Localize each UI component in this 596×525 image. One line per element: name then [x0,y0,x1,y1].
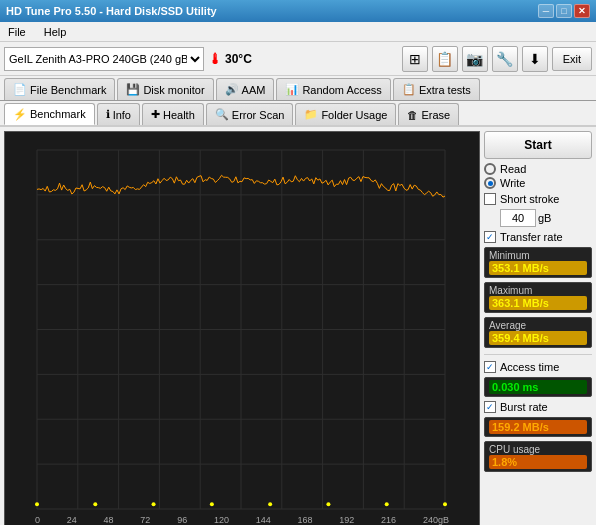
random-access-label: Random Access [302,84,381,96]
x-label-96: 96 [177,515,187,525]
extra-tests-label: Extra tests [419,84,471,96]
cpu-usage-label: CPU usage [489,444,587,455]
maximum-box: Maximum 363.1 MB/s [484,282,592,313]
menu-file[interactable]: File [4,24,30,40]
aam-icon: 🔊 [225,83,239,96]
extra-tests-icon: 📋 [402,83,416,96]
info-icon: ℹ [106,108,110,121]
benchmark-chart: MB/s ms 400 350 300 250 200 150 100 50 0… [4,131,480,525]
erase-icon: 🗑 [407,109,418,121]
window-controls: ─ □ ✕ [538,4,590,18]
tab-error-scan[interactable]: 🔍 Error Scan [206,103,294,125]
short-stroke-row[interactable]: Short stroke [484,193,592,205]
burst-rate-row[interactable]: ✓ Burst rate [484,401,592,413]
burst-rate-checkbox[interactable]: ✓ [484,401,496,413]
exit-button[interactable]: Exit [552,47,592,71]
app-title: HD Tune Pro 5.50 - Hard Disk/SSD Utility [6,5,217,17]
health-label: Health [163,109,195,121]
access-time-value: 0.030 ms [489,380,587,394]
tab-health[interactable]: ✚ Health [142,103,204,125]
toolbar-btn-1[interactable]: ⊞ [402,46,428,72]
disk-monitor-label: Disk monitor [143,84,204,96]
file-benchmark-label: File Benchmark [30,84,106,96]
tab-extra-tests[interactable]: 📋 Extra tests [393,78,480,100]
random-access-icon: 📊 [285,83,299,96]
x-axis-labels: 0 24 48 72 96 120 144 168 192 216 240gB [35,515,449,525]
x-label-216: 216 [381,515,396,525]
top-tab-bar: 📄 File Benchmark 💾 Disk monitor 🔊 AAM 📊 … [0,76,596,101]
maximize-button[interactable]: □ [556,4,572,18]
write-label: Write [500,177,525,189]
tab-benchmark[interactable]: ⚡ Benchmark [4,103,95,125]
tab-disk-monitor[interactable]: 💾 Disk monitor [117,78,213,100]
info-label: Info [113,109,131,121]
drive-select[interactable]: GeIL Zenith A3-PRO 240GB (240 gB) [4,47,204,71]
cpu-usage-box: CPU usage 1.8% [484,441,592,472]
stroke-input-row: gB [500,209,592,227]
burst-rate-box: 159.2 MB/s [484,417,592,437]
burst-rate-value: 159.2 MB/s [489,420,587,434]
tab-folder-usage[interactable]: 📁 Folder Usage [295,103,396,125]
toolbar: GeIL Zenith A3-PRO 240GB (240 gB) 🌡 30°C… [0,42,596,76]
toolbar-btn-4[interactable]: 🔧 [492,46,518,72]
thermometer-icon: 🌡 [208,51,222,67]
menu-bar: File Help [0,22,596,42]
minimum-label: Minimum [489,250,587,261]
x-label-48: 48 [104,515,114,525]
disk-monitor-icon: 💾 [126,83,140,96]
maximum-label: Maximum [489,285,587,296]
toolbar-btn-5[interactable]: ⬇ [522,46,548,72]
minimize-button[interactable]: ─ [538,4,554,18]
benchmark-label: Benchmark [30,108,86,120]
cpu-usage-value: 1.8% [489,455,587,469]
folder-usage-label: Folder Usage [321,109,387,121]
transfer-rate-row[interactable]: ✓ Transfer rate [484,231,592,243]
write-radio-row[interactable]: Write [484,177,592,189]
close-button[interactable]: ✕ [574,4,590,18]
error-scan-icon: 🔍 [215,108,229,121]
title-bar: HD Tune Pro 5.50 - Hard Disk/SSD Utility… [0,0,596,22]
x-label-72: 72 [140,515,150,525]
burst-rate-label: Burst rate [500,401,548,413]
x-label-240: 240gB [423,515,449,525]
average-label: Average [489,320,587,331]
read-write-group: Read Write [484,163,592,189]
access-time-row[interactable]: ✓ Access time [484,361,592,373]
access-time-label: Access time [500,361,559,373]
start-button[interactable]: Start [484,131,592,159]
tab-file-benchmark[interactable]: 📄 File Benchmark [4,78,115,100]
x-label-192: 192 [339,515,354,525]
maximum-value: 363.1 MB/s [489,296,587,310]
write-radio[interactable] [484,177,496,189]
benchmark-canvas [5,132,479,525]
toolbar-btn-3[interactable]: 📷 [462,46,488,72]
x-label-24: 24 [67,515,77,525]
read-radio[interactable] [484,163,496,175]
tab-random-access[interactable]: 📊 Random Access [276,78,390,100]
tab-aam[interactable]: 🔊 AAM [216,78,275,100]
tab-info[interactable]: ℹ Info [97,103,140,125]
x-label-0: 0 [35,515,40,525]
transfer-rate-checkbox[interactable]: ✓ [484,231,496,243]
toolbar-btn-2[interactable]: 📋 [432,46,458,72]
average-value: 359.4 MB/s [489,331,587,345]
tab-erase[interactable]: 🗑 Erase [398,103,459,125]
stroke-unit: gB [538,212,551,224]
read-label: Read [500,163,526,175]
health-icon: ✚ [151,108,160,121]
stroke-value-input[interactable] [500,209,536,227]
main-content: MB/s ms 400 350 300 250 200 150 100 50 0… [0,127,596,525]
menu-help[interactable]: Help [40,24,71,40]
short-stroke-checkbox[interactable] [484,193,496,205]
access-time-box: 0.030 ms [484,377,592,397]
short-stroke-label: Short stroke [500,193,559,205]
access-time-checkbox[interactable]: ✓ [484,361,496,373]
erase-label: Erase [421,109,450,121]
read-radio-row[interactable]: Read [484,163,592,175]
transfer-rate-label: Transfer rate [500,231,563,243]
average-box: Average 359.4 MB/s [484,317,592,348]
divider-1 [484,354,592,355]
bottom-tab-bar: ⚡ Benchmark ℹ Info ✚ Health 🔍 Error Scan… [0,101,596,127]
x-label-120: 120 [214,515,229,525]
temperature-display: 🌡 30°C [208,51,252,67]
